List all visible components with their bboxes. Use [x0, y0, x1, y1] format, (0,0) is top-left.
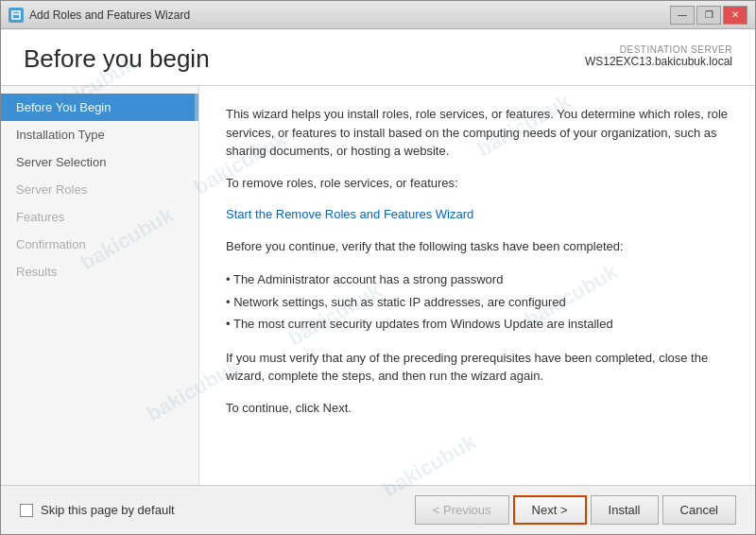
verify-heading: Before you continue, verify that the fol…: [226, 237, 729, 256]
window-controls: — ❐ ✕: [670, 6, 747, 25]
sidebar-item-installation-type[interactable]: Installation Type: [1, 121, 198, 148]
main-content: This wizard helps you install roles, rol…: [199, 86, 755, 485]
app-icon: [9, 8, 24, 23]
sidebar-item-before-you-begin[interactable]: Before You Begin: [1, 94, 198, 121]
titlebar-left: Add Roles and Features Wizard: [9, 8, 190, 23]
svg-rect-0: [12, 11, 20, 19]
next-button[interactable]: Next >: [513, 495, 587, 525]
window-title: Add Roles and Features Wizard: [29, 9, 190, 22]
skip-section: Skip this page by default: [20, 503, 175, 517]
previous-button[interactable]: < Previous: [415, 495, 509, 525]
remove-heading: To remove roles, role services, or featu…: [226, 174, 729, 193]
server-name: WS12EXC13.bakicubuk.local: [585, 55, 732, 68]
intro-paragraph: This wizard helps you install roles, rol…: [226, 105, 729, 161]
sidebar-item-server-roles: Server Roles: [1, 176, 198, 203]
sidebar-item-confirmation: Confirmation: [1, 231, 198, 258]
page-title: Before you begin: [24, 44, 210, 74]
wizard-window: Add Roles and Features Wizard — ❐ ✕ Befo…: [0, 0, 756, 535]
remove-wizard-link[interactable]: Start the Remove Roles and Features Wiza…: [226, 207, 473, 221]
sidebar-item-server-selection[interactable]: Server Selection: [1, 148, 198, 176]
prerequisites-list: The Administrator account has a strong p…: [226, 268, 729, 336]
remove-link-para: Start the Remove Roles and Features Wiza…: [226, 205, 729, 224]
list-item: The most current security updates from W…: [226, 313, 729, 336]
sidebar-item-results: Results: [1, 258, 198, 285]
skip-label: Skip this page by default: [41, 503, 175, 517]
verify-paragraph: If you must verify that any of the prece…: [226, 349, 729, 386]
list-item: The Administrator account has a strong p…: [226, 268, 729, 291]
sidebar: Before You Begin Installation Type Serve…: [1, 86, 199, 485]
sidebar-item-features: Features: [1, 203, 198, 231]
titlebar: Add Roles and Features Wizard — ❐ ✕: [1, 1, 755, 29]
destination-label: DESTINATION SERVER: [585, 44, 732, 55]
close-button[interactable]: ✕: [723, 6, 747, 25]
minimize-button[interactable]: —: [670, 6, 695, 25]
wizard-content: Before You Begin Installation Type Serve…: [1, 86, 755, 485]
continue-paragraph: To continue, click Next.: [226, 399, 729, 418]
list-item: Network settings, such as static IP addr…: [226, 291, 729, 314]
cancel-button[interactable]: Cancel: [662, 495, 736, 525]
footer-buttons: < Previous Next > Install Cancel: [415, 495, 736, 525]
destination-server-info: DESTINATION SERVER WS12EXC13.bakicubuk.l…: [585, 44, 732, 68]
install-button[interactable]: Install: [591, 495, 659, 525]
skip-checkbox[interactable]: [20, 504, 33, 517]
wizard-footer: Skip this page by default < Previous Nex…: [1, 485, 755, 534]
wizard-header: Before you begin DESTINATION SERVER WS12…: [1, 29, 755, 86]
restore-button[interactable]: ❐: [696, 6, 721, 25]
wizard-body: Before you begin DESTINATION SERVER WS12…: [1, 29, 755, 534]
